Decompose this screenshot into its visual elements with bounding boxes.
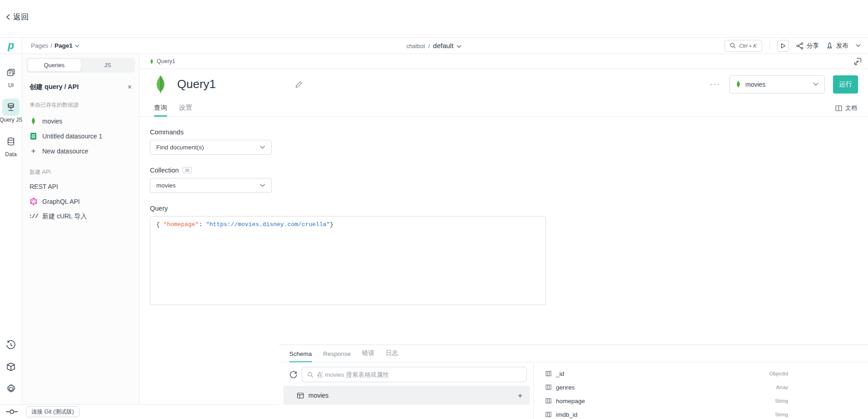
tab-js[interactable]: JS [81, 59, 134, 72]
query-editor-main: Query1 Query1 ··· movies [139, 54, 868, 404]
share-label: 分享 [807, 42, 819, 50]
query-code-editor[interactable]: { "homepage": "https://movies.disney.com… [150, 216, 546, 305]
field-type: Array [776, 384, 788, 390]
share-button[interactable]: 分享 [796, 42, 819, 50]
search-shortcut-label: Ctrl + K [739, 43, 757, 49]
column-icon [546, 371, 551, 376]
column-icon [546, 398, 551, 404]
js-toggle-badge[interactable]: JS [183, 167, 192, 174]
plus-icon: + [30, 147, 37, 155]
app-logo[interactable]: p [0, 38, 22, 54]
breadcrumb-page: Page1 [55, 42, 73, 49]
history-icon[interactable] [6, 340, 16, 350]
field-name: genres [556, 384, 575, 391]
new-api-section-label: 新建 API [30, 168, 132, 176]
omnibar-search-button[interactable]: Ctrl + K [724, 40, 762, 52]
schema-table-name: movies [308, 392, 513, 399]
breadcrumb-sep: / [50, 42, 52, 49]
git-commit-icon [6, 409, 18, 414]
package-cube-icon[interactable] [6, 362, 16, 372]
close-icon[interactable]: × [128, 83, 132, 91]
deploy-label: 发布 [836, 42, 848, 50]
connect-git-button[interactable]: 连接 Git (测试版) [26, 406, 79, 417]
rail-item-ui[interactable]: UI [2, 64, 20, 89]
api-item-rest[interactable]: REST API [30, 179, 132, 194]
docs-label: 文档 [845, 104, 857, 112]
query-js-database-icon [2, 99, 20, 116]
curl-icon: :// [30, 213, 37, 220]
commands-select[interactable]: Find document(s) [150, 140, 272, 155]
collapse-panel-icon[interactable] [854, 58, 862, 65]
explorer-tabs: Queries JS [26, 58, 135, 73]
breadcrumb[interactable]: Pages / Page1 [31, 42, 79, 49]
tab-response[interactable]: Response [323, 350, 351, 362]
collection-select-value: movies [156, 182, 260, 189]
table-icon [297, 393, 304, 399]
more-actions-icon[interactable]: ··· [710, 80, 720, 89]
chevron-down-icon [456, 45, 461, 48]
add-query-plus-icon[interactable]: + [518, 392, 522, 399]
run-button[interactable]: 运行 [833, 75, 858, 94]
tab-settings[interactable]: 设置 [179, 104, 192, 116]
docs-link[interactable]: 文档 [835, 104, 857, 116]
query-breadcrumb-bar: Query1 [139, 54, 868, 69]
tab-query[interactable]: 查询 [154, 104, 167, 116]
schema-field-row[interactable]: homepage String [546, 394, 788, 408]
header-divider [769, 41, 770, 50]
app-title-group[interactable]: chatbot / default [407, 42, 462, 49]
graphql-icon [30, 197, 37, 205]
response-panel-tabs: Schema Response 错误 日志 × [279, 345, 868, 362]
new-datasource-button[interactable]: + New datasource [30, 143, 132, 158]
preview-play-button[interactable] [777, 40, 789, 52]
datasource-name: Untitled datasource 1 [42, 133, 102, 140]
breadcrumb-root: Pages [31, 42, 48, 49]
api-item-label: GraphQL API [42, 198, 80, 205]
deploy-menu-chevron-icon[interactable] [856, 44, 861, 47]
mongodb-leaf-icon [154, 75, 167, 94]
schema-field-row[interactable]: genres Array [546, 380, 788, 394]
datasource-name: movies [42, 118, 62, 125]
chevron-left-icon [5, 14, 11, 20]
field-name: _id [556, 370, 564, 377]
query-label: Query [150, 205, 868, 212]
tab-schema[interactable]: Schema [289, 350, 312, 362]
edit-pencil-icon[interactable] [295, 81, 303, 88]
tab-errors[interactable]: 错误 [362, 349, 374, 362]
datasource-select-value: movies [745, 81, 808, 88]
settings-gear-icon[interactable] [6, 384, 16, 394]
query-breadcrumb-label[interactable]: Query1 [157, 58, 175, 64]
rail-item-data[interactable]: Data [2, 133, 20, 158]
app-name: chatbot [407, 43, 425, 49]
datasource-item-movies[interactable]: movies [30, 113, 132, 128]
chevron-down-icon [260, 146, 265, 149]
schema-field-row[interactable]: _id ObjectId [546, 367, 788, 380]
share-icon [796, 42, 804, 49]
header-actions: Ctrl + K 分享 发布 [724, 40, 861, 52]
collection-label-row: Collection JS [150, 167, 868, 174]
datasource-select[interactable]: movies [729, 75, 825, 94]
back-button[interactable]: 返回 [5, 12, 29, 22]
chevron-down-icon [260, 184, 265, 187]
query-form: Commands Find document(s) Collection JS … [139, 117, 868, 305]
deploy-button[interactable]: 发布 [826, 42, 848, 50]
api-item-label: 新建 cURL 导入 [42, 212, 87, 221]
refresh-icon[interactable] [289, 370, 298, 379]
schema-search-input[interactable] [317, 371, 521, 378]
rail-item-query-js[interactable]: Query JS [0, 99, 22, 123]
schema-table-row-movies[interactable]: movies + [283, 386, 530, 405]
api-item-graphql[interactable]: GraphQL API [30, 194, 132, 209]
datasource-item-untitled-1[interactable]: Untitled datasource 1 [30, 128, 132, 143]
schema-field-row[interactable]: imdb_id String [546, 408, 788, 419]
code-colon: : [199, 221, 206, 228]
query-tabs: 查询 设置 文档 [139, 99, 868, 117]
rail-bottom-group [6, 340, 16, 404]
collection-select[interactable]: movies [150, 178, 272, 193]
code-brace-close: } [330, 221, 333, 228]
schema-search-box [302, 367, 527, 382]
query-title[interactable]: Query1 [177, 77, 216, 91]
tab-queries[interactable]: Queries [27, 59, 81, 72]
api-item-curl-import[interactable]: :// 新建 cURL 导入 [30, 209, 132, 224]
editor-rail: UI Query JS Data [0, 54, 22, 404]
field-type: String [775, 398, 788, 404]
tab-logs[interactable]: 日志 [386, 349, 398, 362]
